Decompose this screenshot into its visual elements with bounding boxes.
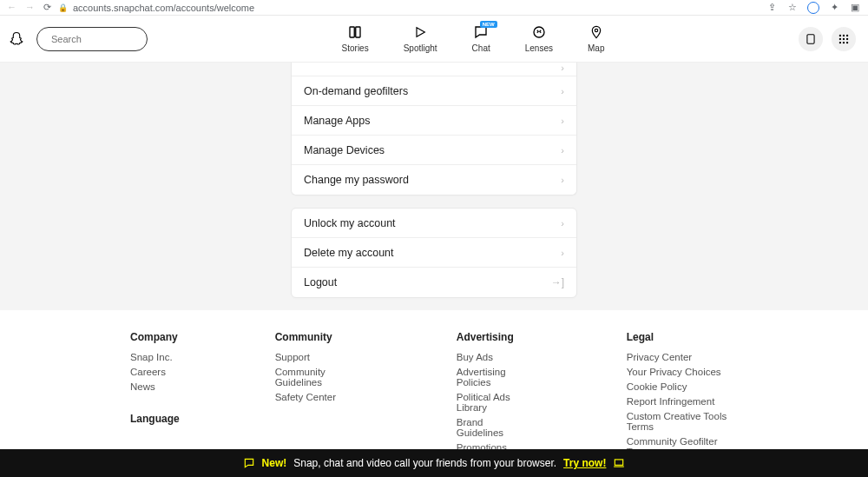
footer-link[interactable]: Safety Center — [275, 392, 361, 402]
row-label: Delete my account — [304, 247, 394, 259]
menu-devices[interactable]: Manage Devices› — [292, 136, 576, 165]
svg-point-12 — [846, 37, 848, 39]
footer-advertising: Advertising Buy Ads Advertising Policies… — [457, 331, 531, 467]
ext-icon[interactable] — [807, 2, 819, 14]
banner-try-link[interactable]: Try now! — [563, 457, 606, 469]
row-label: Change my password — [304, 174, 409, 186]
svg-point-15 — [846, 41, 848, 43]
puzzle-icon[interactable]: ✦ — [828, 2, 840, 14]
settings-panel-1: › On-demand geofilters› Manage Apps› Man… — [291, 63, 577, 195]
chevron-right-icon: › — [561, 175, 564, 185]
footer-link[interactable]: Community Guidelines — [275, 367, 361, 388]
footer-link[interactable]: Custom Creative Tools Terms — [627, 411, 738, 432]
tab-spotlight[interactable]: Spotlight — [404, 24, 437, 53]
footer-link[interactable]: Cookie Policy — [627, 381, 738, 392]
tab-label: Chat — [472, 43, 490, 53]
chevron-right-icon: › — [561, 86, 564, 96]
partial-row[interactable]: › — [292, 63, 576, 76]
footer-link[interactable]: News — [130, 381, 180, 392]
row-label: Unlock my account — [304, 217, 396, 229]
menu-unlock[interactable]: Unlock my account› — [292, 209, 576, 238]
tab-map[interactable]: Map — [588, 24, 604, 53]
footer-link[interactable]: Support — [275, 352, 361, 362]
footer-heading: Company — [130, 331, 180, 343]
promo-banner: New! Snap, chat and video call your frie… — [0, 449, 868, 477]
forward-icon: → — [25, 2, 35, 13]
footer-heading: Language — [130, 413, 180, 425]
footer-link[interactable]: Report Infringement — [627, 396, 738, 407]
url-text: accounts.snapchat.com/accounts/welcome — [73, 3, 254, 13]
device-icon — [805, 33, 817, 45]
svg-rect-2 — [350, 27, 354, 37]
tab-lenses[interactable]: Lenses — [525, 24, 553, 53]
apps-button[interactable] — [832, 27, 856, 51]
search-input[interactable] — [36, 27, 148, 51]
row-label: Logout — [304, 276, 337, 288]
stories-icon — [347, 24, 363, 40]
svg-rect-3 — [356, 27, 360, 37]
footer-link[interactable]: Buy Ads — [457, 352, 531, 362]
reload-icon[interactable]: ⟳ — [43, 2, 51, 13]
footer-legal: Legal Privacy Center Your Privacy Choice… — [627, 331, 738, 467]
svg-point-10 — [839, 37, 841, 39]
svg-point-8 — [843, 34, 845, 36]
footer-heading: Community — [275, 331, 361, 343]
tab-label: Lenses — [525, 43, 553, 53]
svg-rect-6 — [807, 34, 814, 43]
tab-stories[interactable]: Stories — [342, 24, 369, 53]
lock-icon: 🔒 — [58, 3, 68, 12]
tab-label: Spotlight — [404, 43, 437, 53]
star-icon[interactable]: ☆ — [786, 2, 799, 14]
footer-link[interactable]: Privacy Center — [627, 352, 738, 362]
svg-rect-16 — [615, 460, 623, 465]
device-button[interactable] — [799, 27, 823, 51]
lenses-icon — [531, 24, 547, 40]
menu-logout[interactable]: Logout→] — [292, 268, 576, 297]
logout-icon: →] — [551, 276, 564, 288]
chevron-right-icon: › — [561, 63, 564, 73]
footer-heading: Advertising — [457, 331, 531, 343]
menu-apps[interactable]: Manage Apps› — [292, 106, 576, 136]
svg-point-9 — [846, 34, 848, 36]
share-icon[interactable]: ⇪ — [766, 2, 778, 14]
svg-point-5 — [595, 29, 597, 31]
svg-point-7 — [839, 34, 841, 36]
apps-icon — [838, 33, 850, 45]
back-icon[interactable]: ← — [7, 2, 16, 13]
row-label: On-demand geofilters — [304, 85, 408, 97]
tab-label: Stories — [342, 43, 369, 53]
footer-community: Community Support Community Guidelines S… — [275, 331, 361, 467]
footer-link[interactable]: Advertising Policies — [457, 367, 531, 388]
banner-text: Snap, chat and video call your friends f… — [293, 457, 556, 469]
footer-link[interactable]: Careers — [130, 367, 180, 377]
footer-link[interactable]: Snap Inc. — [130, 352, 180, 362]
menu-geofilters[interactable]: On-demand geofilters› — [292, 76, 576, 106]
window-icon[interactable]: ▣ — [849, 2, 861, 14]
menu-password[interactable]: Change my password› — [292, 165, 576, 195]
row-label: Manage Apps — [304, 115, 370, 127]
footer-link[interactable]: Your Privacy Choices — [627, 367, 738, 377]
chevron-right-icon: › — [561, 218, 564, 229]
footer-link[interactable]: Brand Guidelines — [457, 417, 531, 438]
footer-link[interactable]: Political Ads Library — [457, 392, 531, 413]
chevron-right-icon: › — [561, 248, 564, 258]
laptop-icon — [613, 457, 625, 469]
svg-point-13 — [839, 41, 841, 43]
footer-heading: Legal — [627, 331, 738, 343]
chevron-right-icon: › — [561, 145, 564, 156]
row-label: Manage Devices — [304, 144, 385, 156]
snapchat-logo-icon[interactable] — [9, 30, 24, 48]
svg-point-11 — [843, 37, 845, 39]
top-nav: Stories Spotlight NEW Chat Lenses Map — [0, 16, 868, 63]
tab-label: Map — [588, 43, 604, 53]
menu-delete[interactable]: Delete my account› — [292, 238, 576, 268]
new-badge: NEW — [480, 21, 497, 28]
chat-bubble-icon — [243, 457, 255, 469]
chevron-right-icon: › — [561, 116, 564, 126]
spotlight-icon — [412, 24, 428, 40]
banner-new: New! — [262, 457, 287, 469]
browser-chrome: ← → ⟳ 🔒 accounts.snapchat.com/accounts/w… — [0, 0, 868, 16]
footer-company: Company Snap Inc. Careers News Language — [130, 331, 180, 467]
tab-chat[interactable]: NEW Chat — [472, 24, 490, 53]
svg-point-4 — [534, 27, 544, 37]
